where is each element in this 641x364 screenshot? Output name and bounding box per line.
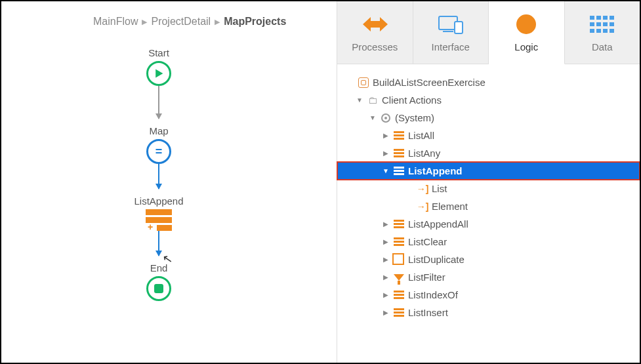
svg-rect-6 [603, 16, 608, 20]
start-node[interactable] [146, 61, 171, 86]
tab-logic[interactable]: Logic [489, 1, 565, 64]
caret-down-icon[interactable] [382, 167, 390, 174]
tree-item-list-param[interactable]: →] List [337, 180, 640, 197]
caret-right-icon[interactable] [382, 238, 390, 245]
tree-item-listfilter[interactable]: ListFilter [337, 268, 640, 286]
tree-item-listinsert[interactable]: ListInsert [337, 304, 640, 321]
list-action-icon [394, 308, 404, 317]
list-action-icon [394, 220, 404, 228]
svg-rect-8 [590, 22, 594, 26]
input-param-icon: →] [416, 184, 429, 194]
tree-item-listindexof[interactable]: ListIndexOf [337, 286, 640, 304]
flow-canvas[interactable]: MainFlow ▶ ProjectDetail ▶ MapProjects S… [1, 1, 337, 363]
svg-rect-5 [596, 16, 601, 20]
svg-rect-1 [443, 31, 453, 32]
tree-client-actions[interactable]: 🗀 Client Actions [337, 91, 640, 109]
data-icon [590, 12, 615, 36]
tab-interface[interactable]: Interface [413, 1, 489, 64]
tree-item-listappendall[interactable]: ListAppendAll [337, 215, 640, 233]
listappend-node[interactable]: + [146, 209, 172, 231]
svg-rect-2 [455, 22, 463, 33]
folder-icon: 🗀 [366, 94, 379, 106]
tree-module[interactable]: BuildAListScreenExercise [337, 73, 640, 91]
caret-right-icon[interactable] [382, 256, 390, 263]
tab-processes[interactable]: Processes [337, 1, 413, 64]
end-node[interactable] [146, 276, 171, 301]
tab-data[interactable]: Data [565, 1, 640, 64]
list-action-icon [394, 237, 404, 246]
duplicate-icon [394, 255, 403, 264]
list-action-icon [394, 167, 404, 175]
svg-point-3 [516, 14, 536, 34]
caret-down-icon[interactable] [356, 96, 363, 104]
svg-rect-15 [610, 29, 614, 33]
tree-item-listappend[interactable]: ListAppend [337, 162, 640, 180]
caret-right-icon[interactable] [382, 132, 390, 139]
breadcrumb-projectdetail[interactable]: ProjectDetail [151, 16, 211, 28]
filter-icon [394, 274, 404, 281]
flow-arrow [158, 86, 159, 119]
svg-rect-12 [590, 29, 594, 33]
tree-item-listduplicate[interactable]: ListDuplicate [337, 251, 640, 268]
caret-right-icon[interactable] [382, 309, 390, 316]
sidebar-tabs: Processes Interface Logic [337, 1, 640, 64]
map-label: Map [113, 125, 205, 136]
map-node[interactable]: = [146, 139, 171, 164]
system-icon [381, 113, 390, 123]
flow-arrow [158, 231, 159, 256]
svg-rect-7 [610, 16, 614, 20]
chevron-right-icon: ▶ [215, 18, 220, 26]
svg-rect-4 [590, 16, 594, 20]
processes-icon [362, 12, 388, 36]
svg-rect-9 [596, 22, 601, 26]
tree-item-listclear[interactable]: ListClear [337, 233, 640, 251]
caret-down-icon[interactable] [369, 114, 377, 121]
play-icon [154, 68, 164, 79]
list-action-icon [394, 149, 404, 157]
chevron-right-icon: ▶ [142, 18, 147, 26]
end-label: End [113, 262, 205, 273]
interface-icon [436, 12, 465, 36]
svg-rect-11 [610, 22, 614, 26]
caret-right-icon[interactable] [382, 150, 390, 157]
tree-item-listany[interactable]: ListAny [337, 144, 640, 162]
list-action-icon [394, 131, 404, 140]
input-param-icon: →] [416, 201, 429, 212]
svg-rect-13 [596, 29, 601, 33]
svg-rect-10 [603, 22, 608, 26]
breadcrumb[interactable]: MainFlow ▶ ProjectDetail ▶ MapProjects [93, 16, 286, 28]
tree-item-listall[interactable]: ListAll [337, 127, 640, 144]
right-sidebar: Processes Interface Logic [337, 1, 640, 363]
caret-right-icon[interactable] [382, 291, 390, 298]
breadcrumb-mapprojects[interactable]: MapProjects [224, 16, 286, 28]
tree-system[interactable]: (System) [337, 109, 640, 127]
svg-rect-14 [603, 29, 608, 33]
caret-right-icon[interactable] [382, 273, 390, 281]
module-icon [358, 77, 369, 88]
listappend-label: ListAppend [113, 195, 205, 207]
breadcrumb-mainflow[interactable]: MainFlow [93, 16, 138, 28]
tree-item-element-param[interactable]: →] Element [337, 197, 640, 215]
caret-right-icon[interactable] [382, 220, 390, 228]
start-label: Start [113, 47, 205, 58]
logic-icon [515, 12, 537, 36]
list-action-icon [394, 291, 404, 299]
logic-tree[interactable]: BuildAListScreenExercise 🗀 Client Action… [337, 64, 640, 321]
flow-arrow [158, 164, 159, 189]
